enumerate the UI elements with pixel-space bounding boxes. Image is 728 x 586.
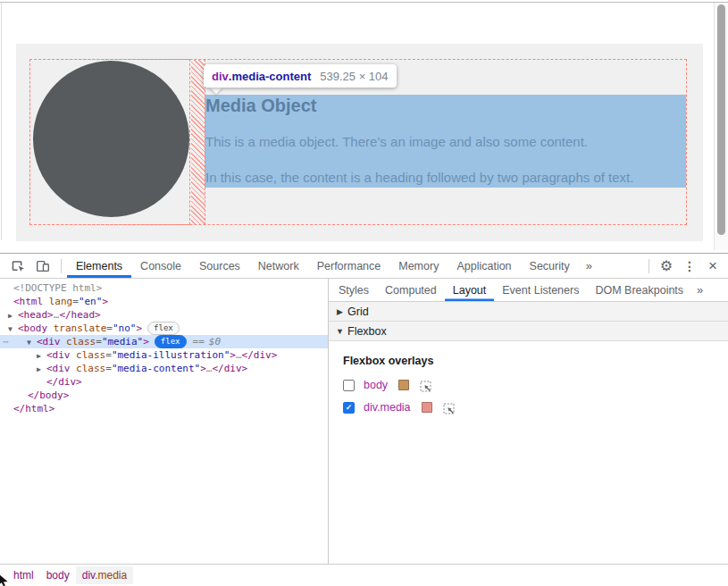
- tree-row[interactable]: </html>: [0, 402, 328, 415]
- flex-gap-hatch: [191, 60, 205, 224]
- breadcrumb-tag: div: [82, 569, 95, 582]
- more-tabs-button[interactable]: »: [579, 254, 599, 278]
- tree-row[interactable]: <!DOCTYPE html>: [0, 281, 328, 295]
- tree-token-val: "en": [79, 296, 103, 307]
- page-scrollbar-thumb[interactable]: [717, 4, 725, 235]
- tree-row[interactable]: ▶<div class="media-content">…</div>: [0, 362, 328, 375]
- breadcrumb-div-media[interactable]: div.media: [76, 566, 133, 584]
- sidebar-tab-computed[interactable]: Computed: [377, 279, 445, 301]
- tree-token-val: "media-content": [112, 363, 200, 374]
- tree-token-tag: <div: [37, 336, 61, 347]
- tree-token-arrow: ▼: [8, 322, 18, 336]
- tree-token-gray: <!DOCTYPE html>: [13, 282, 102, 294]
- breadcrumb-html[interactable]: html: [7, 566, 40, 584]
- section-flexbox[interactable]: ▼ Flexbox: [329, 322, 728, 341]
- tab-elements[interactable]: Elements: [67, 254, 131, 278]
- overlay-picker-icon[interactable]: [443, 402, 455, 414]
- breadcrumb: htmlbodydiv.media: [0, 564, 728, 586]
- device-toolbar-icon[interactable]: [30, 254, 55, 278]
- tree-token-eq: ==: [193, 336, 205, 347]
- tree-token-val: "media-illustration": [112, 349, 230, 361]
- sidebar-tab-styles[interactable]: Styles: [331, 279, 377, 301]
- sidebar-more-tabs-button[interactable]: »: [691, 279, 708, 301]
- inspect-element-icon[interactable]: [5, 254, 30, 278]
- breadcrumb-body[interactable]: body: [40, 566, 76, 584]
- tree-token-tag: </div>: [242, 349, 278, 361]
- tab-memory[interactable]: Memory: [389, 254, 448, 278]
- tree-token-attr: class: [61, 336, 96, 347]
- flex-item-overlay-illustration: [29, 59, 190, 225]
- overlay-row-body: body: [343, 379, 714, 391]
- tree-token-arrow: ▼: [27, 336, 37, 349]
- tab-sources[interactable]: Sources: [190, 254, 249, 278]
- elements-tree: <!DOCTYPE html><html lang="en">▶<head>…<…: [0, 279, 328, 564]
- sidebar-tab-strip: StylesComputedLayoutEvent ListenersDOM B…: [329, 279, 728, 302]
- tree-token-badge: flex: [147, 322, 180, 335]
- tab-console[interactable]: Console: [131, 254, 190, 278]
- flexbox-overlays-title: Flexbox overlays: [343, 355, 714, 367]
- tab-network[interactable]: Network: [249, 254, 308, 278]
- devtools-tab-strip: ElementsConsoleSourcesNetworkPerformance…: [67, 254, 579, 278]
- overlay-picker-icon[interactable]: [420, 380, 431, 391]
- flexbox-collapse-arrow-icon: ▼: [334, 327, 346, 336]
- overlay-label-body[interactable]: body: [364, 379, 388, 391]
- device-icon: [35, 258, 51, 274]
- sidebar-tab-event-listeners[interactable]: Event Listeners: [494, 279, 587, 301]
- tree-row[interactable]: </body>: [0, 389, 328, 402]
- flexbox-overlays-list: body✓div.media: [343, 379, 714, 414]
- tree-token-tag: <body: [18, 322, 47, 334]
- breadcrumb-tag: html: [13, 569, 34, 582]
- close-devtools-icon[interactable]: ×: [701, 254, 724, 278]
- sidebar-tab-layout[interactable]: Layout: [445, 279, 495, 301]
- overlay-checkbox-body[interactable]: [343, 380, 355, 391]
- tab-application[interactable]: Application: [448, 254, 520, 278]
- overlay-color-swatch: [422, 402, 432, 413]
- toolbar-divider: [61, 259, 62, 273]
- tree-token-punc: =: [72, 296, 79, 307]
- tree-token-arrow: ▶: [37, 349, 46, 363]
- settings-gear-icon[interactable]: ⚙: [655, 254, 678, 278]
- window-left-border: [1, 3, 2, 240]
- tree-row[interactable]: </div>: [0, 375, 328, 389]
- overlay-color-swatch: [398, 380, 409, 390]
- toolbar-right-divider: [649, 259, 649, 273]
- devtools-main: <!DOCTYPE html><html lang="en">▶<head>…<…: [0, 279, 728, 564]
- tree-token-val: "media": [102, 336, 143, 347]
- tree-row[interactable]: <html lang="en">: [0, 295, 328, 308]
- tab-performance[interactable]: Performance: [308, 254, 390, 278]
- tree-token-badge-active: flex: [155, 335, 187, 348]
- tree-token-tag: >: [136, 322, 142, 334]
- breadcrumb-class: .media: [95, 569, 127, 582]
- tree-row[interactable]: ▶<head>…</head>: [0, 308, 328, 322]
- overlay-row-div-media: ✓div.media: [343, 401, 714, 414]
- tree-token-tag: </html>: [13, 403, 54, 414]
- overlay-label-div-media[interactable]: div.media: [364, 401, 411, 414]
- page-viewport: Media Object This is a media object. The…: [0, 0, 728, 253]
- tree-token-gray: …: [236, 349, 242, 361]
- elements-sidebar: StylesComputedLayoutEvent ListenersDOM B…: [328, 279, 728, 564]
- tree-token-dollar: $0: [209, 336, 221, 347]
- page-scrollbar[interactable]: [714, 3, 728, 250]
- tree-token-tag: >: [200, 363, 206, 374]
- tree-row-selected[interactable]: ⋯▼<div class="media">flex==$0: [0, 335, 328, 348]
- tree-token-tag: >: [230, 349, 236, 361]
- tree-token-punc: =: [96, 336, 102, 347]
- tree-token-attr: translate: [47, 322, 106, 334]
- tree-token-tag: <head>: [18, 309, 54, 321]
- tree-row[interactable]: ▼<body translate="no">flex: [0, 322, 328, 335]
- tree-token-tag: <div: [46, 363, 71, 374]
- tab-security[interactable]: Security: [521, 254, 579, 278]
- kebab-menu-icon[interactable]: ⋮: [678, 254, 701, 278]
- tree-token-attr: lang: [43, 296, 72, 307]
- tree-row[interactable]: ▶<div class="media-illustration">…</div>: [0, 348, 328, 362]
- grid-section-label: Grid: [347, 306, 369, 318]
- breadcrumb-tag: body: [46, 569, 70, 582]
- devtools-panel: ElementsConsoleSourcesNetworkPerformance…: [0, 253, 728, 586]
- section-grid[interactable]: ▶ Grid: [329, 302, 728, 322]
- tooltip-dimensions: 539.25 × 104: [320, 70, 388, 83]
- grid-collapse-arrow-icon: ▶: [334, 307, 346, 316]
- sidebar-tab-dom-breakpoints[interactable]: DOM Breakpoints: [587, 279, 691, 301]
- flexbox-section-content: Flexbox overlays body✓div.media: [329, 341, 728, 437]
- mouse-cursor-icon: [0, 573, 9, 586]
- overlay-checkbox-div-media[interactable]: ✓: [343, 402, 355, 414]
